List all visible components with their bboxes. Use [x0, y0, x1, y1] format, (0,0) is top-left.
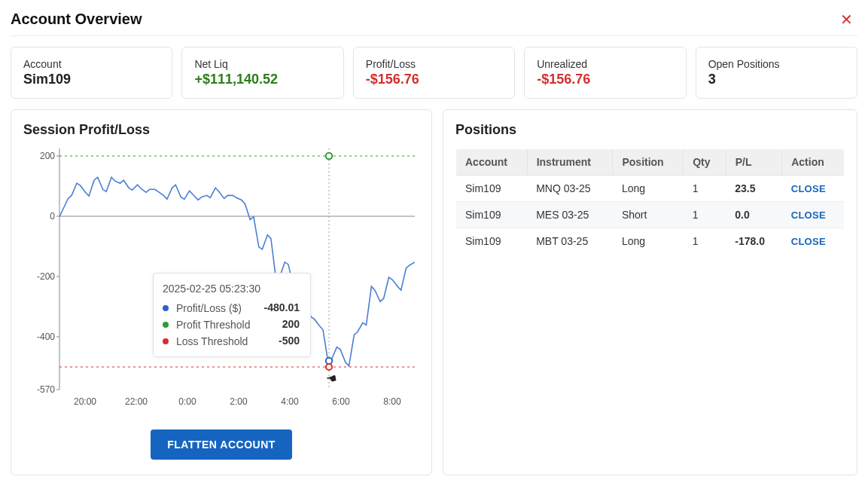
x-tick: 20:00 [74, 396, 96, 407]
summary-row: Account Sim109 Net Liq +$111,140.52 Prof… [11, 47, 857, 99]
table-row: Sim109MES 03-25Short10.0CLOSE [456, 202, 845, 228]
cell-instrument: MES 03-25 [527, 202, 613, 228]
cell-instrument: MNQ 03-25 [527, 176, 613, 202]
card-value: -$156.76 [537, 72, 673, 87]
close-position-button[interactable]: CLOSE [791, 183, 826, 194]
cell-qty: 1 [684, 202, 726, 228]
card-unrealized: Unrealized -$156.76 [524, 47, 686, 99]
session-pl-panel: Session Profit/Loss 200 0 -200 -400 -570 [11, 109, 432, 475]
col-action[interactable]: Action [782, 149, 845, 176]
col-account[interactable]: Account [456, 149, 528, 176]
tooltip-row-loss: Loss Threshold -500 [163, 333, 300, 350]
table-row: Sim109MBT 03-25Long1-178.0CLOSE [456, 228, 845, 255]
card-netliq: Net Liq +$111,140.52 [181, 47, 343, 99]
card-label: Open Positions [708, 58, 845, 70]
positions-title: Positions [455, 122, 845, 138]
close-icon[interactable]: ✕ [836, 12, 857, 27]
cell-qty: 1 [684, 176, 726, 202]
tooltip-label: Profit Threshold [176, 319, 251, 331]
tooltip-row-profit: Profit Threshold 200 [163, 316, 300, 333]
y-tick: 0 [50, 211, 55, 222]
tooltip-value: -480.01 [264, 300, 300, 316]
cell-position: Long [613, 176, 684, 202]
col-position[interactable]: Position [613, 149, 684, 176]
card-label: Account [23, 58, 160, 70]
positions-table: Account Instrument Position Qty P/L Acti… [455, 148, 845, 255]
table-row: Sim109MNQ 03-25Long123.5CLOSE [456, 176, 845, 202]
cell-position: Short [613, 202, 684, 228]
cell-account: Sim109 [456, 228, 528, 255]
card-value: +$111,140.52 [194, 72, 330, 87]
close-position-button[interactable]: CLOSE [791, 209, 826, 221]
cell-instrument: MBT 03-25 [527, 228, 613, 255]
x-tick: 6:00 [332, 396, 350, 407]
main-row: Session Profit/Loss 200 0 -200 -400 -570 [11, 109, 857, 475]
card-label: Net Liq [194, 58, 330, 70]
cell-account: Sim109 [456, 202, 528, 228]
cell-pl: 0.0 [726, 202, 781, 228]
tooltip-row-pl: Profit/Loss ($) -480.01 [163, 300, 300, 316]
tooltip-value: -500 [279, 333, 300, 349]
col-qty[interactable]: Qty [684, 149, 726, 176]
cell-position: Long [613, 228, 684, 255]
cell-pl: 23.5 [726, 176, 781, 202]
y-tick: -570 [37, 384, 55, 395]
tooltip-value: 200 [282, 316, 300, 332]
col-instrument[interactable]: Instrument [527, 149, 613, 176]
x-tick: 2:00 [230, 396, 248, 407]
card-label: Unrealized [537, 58, 673, 70]
pl-point-marker-icon [326, 358, 332, 364]
y-tick: -400 [37, 332, 55, 342]
flatten-account-button[interactable]: FLATTEN ACCOUNT [151, 429, 292, 460]
cell-account: Sim109 [456, 176, 528, 202]
dot-icon [163, 338, 169, 344]
cell-pl: -178.0 [726, 228, 781, 255]
card-label: Profit/Loss [366, 58, 502, 70]
page-title: Account Overview [11, 11, 142, 28]
card-pl: Profit/Loss -$156.76 [353, 47, 515, 99]
tooltip-date: 2025-02-25 05:23:30 [163, 281, 300, 297]
x-tick: 0:00 [178, 396, 196, 407]
y-tick: -200 [37, 271, 55, 282]
card-value: Sim109 [23, 72, 160, 87]
card-account: Account Sim109 [11, 47, 172, 99]
y-tick: 200 [40, 151, 55, 161]
x-tick: 8:00 [383, 396, 401, 407]
chart-area[interactable]: 200 0 -200 -400 -570 [23, 148, 415, 408]
x-tick: 4:00 [281, 396, 299, 407]
card-value: 3 [708, 72, 845, 87]
chart-tooltip: 2025-02-25 05:23:30 Profit/Loss ($) -480… [153, 273, 311, 357]
card-value: -$156.76 [366, 72, 502, 87]
dot-icon [163, 322, 169, 328]
dot-icon [163, 305, 169, 311]
tooltip-label: Loss Threshold [176, 335, 248, 347]
profit-threshold-marker-icon [326, 153, 332, 159]
positions-panel: Positions Account Instrument Position Qt… [443, 109, 857, 475]
tooltip-label: Profit/Loss ($) [176, 302, 242, 314]
close-position-button[interactable]: CLOSE [791, 236, 826, 247]
cell-qty: 1 [684, 228, 726, 255]
header: Account Overview ✕ [11, 11, 857, 36]
col-pl[interactable]: P/L [726, 149, 781, 176]
loss-threshold-marker-icon [326, 364, 332, 370]
x-tick: 22:00 [125, 396, 148, 407]
chart-title: Session Profit/Loss [23, 122, 419, 138]
card-openpos: Open Positions 3 [696, 47, 857, 99]
